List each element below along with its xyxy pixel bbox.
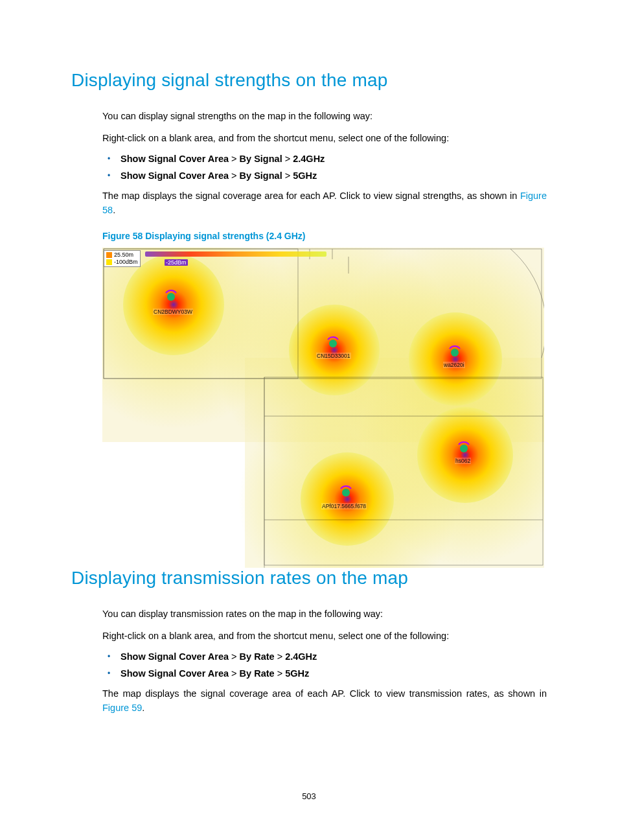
legend-box: 25.50m -100dBm	[104, 250, 141, 268]
result-text: The map displays the signal coverage are…	[102, 189, 547, 218]
section-heading-transmission-rates: Displaying transmission rates on the map	[71, 568, 547, 589]
figure-caption: Figure 58 Displaying signal strengths (2…	[102, 231, 547, 241]
menu-option-rate-24ghz: Show Signal Cover Area > By Rate > 2.4GH…	[120, 651, 547, 662]
ap-label: APf017.5665.f678	[321, 503, 367, 509]
svg-point-22	[329, 340, 337, 347]
ap-label: hs062	[455, 458, 471, 464]
instruction-text: Right-click on a blank area, and from th…	[102, 131, 547, 145]
ap-label: wa2620i	[443, 362, 465, 368]
section-heading-signal-strengths: Displaying signal strengths on the map	[71, 70, 547, 91]
svg-point-21	[167, 293, 175, 301]
menu-option-rate-5ghz: Show Signal Cover Area > By Rate > 5GHz	[120, 668, 547, 679]
result-text-2: The map displays the signal coverage are…	[102, 686, 547, 716]
svg-point-23	[451, 349, 459, 356]
menu-option-24ghz: Show Signal Cover Area > By Signal > 2.4…	[120, 154, 547, 164]
legend-bottom-value: -100dBm	[114, 259, 138, 266]
ap-label: CN2BDWY03W	[153, 309, 193, 315]
svg-point-11	[301, 452, 394, 546]
intro-text: You can display signal strengths on the …	[102, 109, 547, 123]
intro-text-2: You can display transmission rates on th…	[102, 607, 547, 621]
legend-slider-value: -25dBm	[165, 259, 188, 266]
figure-58-image: 25.50m -100dBm -25dBm CN2BDWY03W CN15D33…	[102, 248, 544, 568]
legend-gradient-track	[145, 251, 326, 257]
svg-point-8	[289, 305, 380, 395]
menu-option-5ghz: Show Signal Cover Area > By Signal > 5GH…	[120, 170, 547, 181]
legend-top-value: 25.50m	[114, 251, 133, 259]
ap-label: CN15D33001	[316, 353, 351, 359]
menu-options-list: Show Signal Cover Area > By Signal > 2.4…	[102, 154, 547, 181]
menu-options-list-2: Show Signal Cover Area > By Rate > 2.4GH…	[102, 651, 547, 679]
svg-point-25	[342, 489, 350, 496]
svg-point-10	[417, 407, 513, 503]
svg-point-7	[123, 254, 224, 355]
figure-59-link[interactable]: Figure 59	[102, 703, 142, 713]
svg-point-9	[409, 312, 502, 406]
instruction-text-2: Right-click on a blank area, and from th…	[102, 629, 547, 643]
page-number: 503	[0, 791, 618, 801]
svg-point-24	[460, 445, 468, 452]
